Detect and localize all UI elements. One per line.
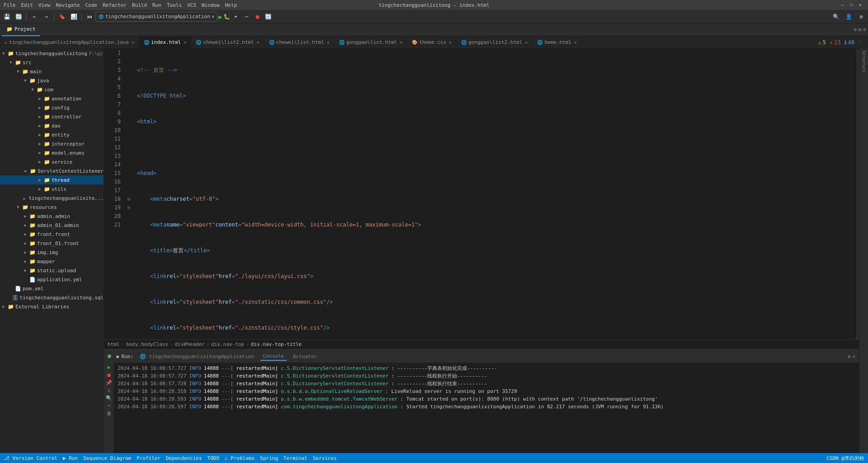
tree-utils[interactable]: ▶ 📁 utils xyxy=(0,184,104,194)
status-run[interactable]: ▶ Run xyxy=(63,455,78,461)
tree-controller[interactable]: ▶ 📁 controller xyxy=(0,112,104,121)
close-list2-tab[interactable]: ✕ xyxy=(257,40,259,45)
status-dependencies[interactable]: Dependencies xyxy=(166,455,202,461)
menu-build[interactable]: Build xyxy=(132,2,147,8)
tree-ext-libs[interactable]: ▶ 📁 External Libraries xyxy=(0,302,104,311)
tree-app-file[interactable]: ▶ ☕ tingchechangguanlixito... xyxy=(0,194,104,203)
toolbar-run-coverage[interactable]: 📊 xyxy=(69,12,79,22)
file-tab-list2[interactable]: 🌐 chewei\list2.html ✕ xyxy=(191,36,264,49)
tree-interceptor[interactable]: ▶ 📁 interceptor xyxy=(0,139,104,148)
run-play-button[interactable]: ▶ xyxy=(218,13,222,20)
menu-code[interactable]: Code xyxy=(85,2,97,8)
tree-com[interactable]: ▼ 📁 com xyxy=(0,85,104,94)
status-sequence[interactable]: Sequence Diagram xyxy=(83,455,131,461)
tree-config[interactable]: ▶ 📁 config xyxy=(0,103,104,112)
status-spring[interactable]: Spring xyxy=(260,455,278,461)
menu-file[interactable]: File xyxy=(4,2,16,8)
tabs-more[interactable]: ⋮ xyxy=(858,40,863,45)
tab-project[interactable]: 📁 Project xyxy=(2,24,40,36)
breadcrumb-nav-top[interactable]: div.nav-top xyxy=(211,341,244,347)
tree-entity[interactable]: ▶ 📁 entity xyxy=(0,130,104,139)
tree-java[interactable]: ▼ 📁 java xyxy=(0,76,104,85)
run-panel-settings-icon[interactable]: ⚙ xyxy=(848,354,851,359)
run-stop-icon[interactable]: ■ xyxy=(108,372,111,378)
fold-marker-19[interactable]: ⊖ xyxy=(124,203,133,212)
structure-panel[interactable]: Structure xyxy=(862,51,866,73)
file-tab-list[interactable]: 🌐 chewei\list.html ✕ xyxy=(264,36,335,49)
close-index-tab[interactable]: ✕ xyxy=(184,40,186,45)
menu-refactor[interactable]: Refactor xyxy=(103,2,127,8)
tree-service[interactable]: ▶ 📁 service xyxy=(0,157,104,166)
tree-root[interactable]: ▼ 📁 tingchechangguanlixitong F:\gitee\ xyxy=(0,49,104,58)
tree-application-yml[interactable]: ▶ 📄 application.yml xyxy=(0,275,104,284)
tree-admin01[interactable]: ▶ 📁 admin_01.admin xyxy=(0,221,104,230)
tree-admin[interactable]: ▶ 📁 admin.admin xyxy=(0,212,104,221)
breadcrumb-html[interactable]: html xyxy=(108,341,120,347)
status-services[interactable]: Services xyxy=(313,455,337,461)
run-panel-close-icon[interactable]: ✕ xyxy=(852,354,855,359)
close-java-tab[interactable]: ✕ xyxy=(132,40,134,45)
tree-resources[interactable]: ▼ 📁 resources xyxy=(0,203,104,212)
tree-sql[interactable]: ▶ 🗄️ tingchechangguanlixitong.sql xyxy=(0,293,104,302)
tree-img[interactable]: ▶ 📁 img.img xyxy=(0,248,104,257)
tree-front01[interactable]: ▶ 📁 front_01.front xyxy=(0,239,104,248)
profile-icon[interactable]: 👤 xyxy=(844,12,854,22)
tree-mapper[interactable]: ▶ 📁 mapper xyxy=(0,257,104,266)
close-gonggao2-tab[interactable]: ✕ xyxy=(525,40,528,45)
project-layout[interactable]: ⊞ xyxy=(859,27,862,33)
tree-pom[interactable]: ▶ 📄 pom.xml xyxy=(0,284,104,293)
close-list-tab[interactable]: ✕ xyxy=(327,40,330,45)
run-configuration[interactable]: 🌐 tingchechangguanlixitongApplication ▼ xyxy=(95,12,217,22)
run-tab-label[interactable]: Run: xyxy=(122,354,134,359)
code-content[interactable]: <!-- 首页 --> <!DOCTYPE html> <html> <head… xyxy=(133,49,854,339)
console-tab[interactable]: Console xyxy=(260,352,287,361)
status-version-control[interactable]: ⎇ Version Control xyxy=(4,455,57,461)
menu-help[interactable]: Help xyxy=(225,2,237,8)
file-tab-css[interactable]: 🎨 theme.css ✕ xyxy=(407,36,457,49)
menu-vcs[interactable]: VCS xyxy=(187,2,196,8)
run-clear-icon[interactable]: 🗑 xyxy=(107,411,112,416)
close-home-tab[interactable]: ✕ xyxy=(574,40,577,45)
tree-front[interactable]: ▶ 📁 front.front xyxy=(0,230,104,239)
toolbar-bookmark[interactable]: 🔖 xyxy=(57,12,67,22)
maximize-button[interactable]: ❐ xyxy=(850,2,855,8)
tree-main[interactable]: ▼ 📁 main xyxy=(0,67,104,76)
breadcrumb-header[interactable]: div#header xyxy=(175,341,204,347)
minimize-button[interactable]: — xyxy=(841,2,846,8)
run-coverage-btn[interactable]: ☂ xyxy=(231,12,241,22)
status-todo[interactable]: TODO xyxy=(208,455,220,461)
scrollbar-track[interactable] xyxy=(854,49,859,339)
file-tab-java[interactable]: ☕ tingchechangguanlixitongApplication.ja… xyxy=(0,36,139,49)
console-output[interactable]: 2024-04-18 16:08:57.727 INFO 14088 ---[ … xyxy=(114,363,859,453)
run-rebuild[interactable]: 🔄 xyxy=(264,12,274,22)
close-gonggao-tab[interactable]: ✕ xyxy=(400,40,402,45)
tree-dao[interactable]: ▶ 📁 dao xyxy=(0,121,104,130)
tree-model-enums[interactable]: ▶ 📁 model.enums xyxy=(0,148,104,157)
tree-static-upload[interactable]: ▶ 📁 static.upload xyxy=(0,266,104,275)
menu-navigate[interactable]: Navigate xyxy=(56,2,80,8)
menu-run[interactable]: Run xyxy=(152,2,161,8)
run-restart-icon[interactable]: ▶ xyxy=(108,364,111,370)
toolbar-forward[interactable]: → xyxy=(41,12,51,22)
breadcrumb-nav-top-title[interactable]: div.nav-top-title xyxy=(251,341,302,347)
run-wrap-icon[interactable]: ↩ xyxy=(108,403,111,409)
status-problems[interactable]: ⚠ Problems xyxy=(225,455,255,461)
close-button[interactable]: ✕ xyxy=(859,2,864,8)
info-count[interactable]: ℹ 48 xyxy=(844,39,854,46)
error-count[interactable]: ✕ 13 xyxy=(830,39,841,46)
file-tab-gonggao[interactable]: 🌐 gonggao\list.html ✕ xyxy=(335,36,408,49)
tree-annotation[interactable]: ▶ 📁 annotation xyxy=(0,94,104,103)
project-collapse[interactable]: ≡ xyxy=(863,27,866,33)
menu-tools[interactable]: Tools xyxy=(167,2,182,8)
close-css-tab[interactable]: ✕ xyxy=(449,40,452,45)
status-terminal[interactable]: Terminal xyxy=(283,455,307,461)
toolbar-sync[interactable]: 🔄 xyxy=(14,12,24,22)
project-settings[interactable]: ⚙ xyxy=(854,27,857,33)
run-pin-icon[interactable]: 📌 xyxy=(106,380,112,386)
run-arrow-back[interactable]: ⏮ xyxy=(85,12,94,22)
toolbar-save[interactable]: 💾 xyxy=(2,12,12,22)
file-tab-gonggao2[interactable]: 🌐 gonggao\list2.html ✕ xyxy=(457,36,533,49)
tree-thread[interactable]: ▶ 📁 thread xyxy=(0,175,104,184)
menu-view[interactable]: View xyxy=(38,2,51,8)
run-stop-btn[interactable]: ■ xyxy=(253,12,263,22)
